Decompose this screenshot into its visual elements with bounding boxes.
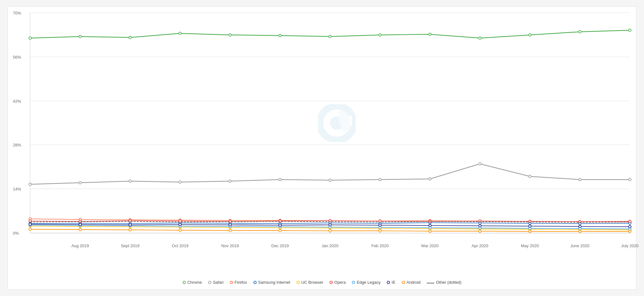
chart-dot (379, 230, 381, 232)
x-axis-label: Feb 2020 (371, 243, 389, 248)
x-axis-label: July 2020 (621, 243, 639, 248)
x-axis-label: May 2020 (521, 243, 539, 248)
chart-dot (579, 225, 581, 228)
legend-label: IE (391, 280, 395, 285)
chart-dot (229, 180, 231, 182)
chart-dot (429, 33, 431, 36)
chart-dot (429, 230, 431, 232)
legend-label: Safari (213, 280, 224, 285)
legend-item-samsung-internet: Samsung Internet (253, 280, 291, 285)
x-axis-label: Nov 2019 (221, 243, 239, 248)
legend-label: Other (dotted) (436, 280, 461, 285)
chart-dot (529, 175, 531, 178)
chart-dot (29, 37, 31, 39)
chart-dot (29, 228, 31, 231)
legend-item-other-dotted: Other (dotted) (427, 280, 461, 285)
chart-dot (279, 34, 281, 37)
legend-label: Chrome (187, 280, 202, 285)
chart-dot (129, 229, 131, 231)
legend: ChromeSafariFirefoxSamsung InternetUC Br… (8, 280, 636, 285)
chart-dot (379, 224, 381, 226)
x-axis-label: Jan 2020 (322, 243, 339, 248)
legend-dot (253, 281, 257, 284)
chart-dot (479, 230, 481, 232)
chart-dot (279, 229, 281, 232)
chart-container: Aug 2019Sept 2019Oct 2019Nov 2019Dec 201… (8, 6, 636, 290)
legend-label: Edge Legacy (357, 280, 380, 285)
chart-dot (329, 35, 331, 38)
x-axis-label: Oct 2019 (172, 243, 188, 248)
x-axis-label: Aug 2019 (71, 243, 89, 248)
legend-label: Android (407, 280, 421, 285)
legend-label: Firefox (235, 280, 247, 285)
chart-dot (329, 224, 331, 226)
chart-dot (479, 162, 481, 165)
chart-dot (629, 29, 631, 31)
legend-item-android: Android (402, 280, 421, 285)
y-axis-label: 28% (13, 143, 21, 147)
chart-dot (429, 178, 431, 180)
chart-dot (129, 36, 131, 39)
y-axis-label: 56% (13, 54, 21, 59)
chart-dot (79, 223, 81, 226)
chart-dot (79, 181, 81, 184)
chart-dot (529, 34, 531, 36)
legend-item-safari: Safari (208, 280, 224, 285)
legend-dot (387, 281, 390, 284)
chart-dot (379, 178, 381, 181)
y-axis-label: 0% (13, 231, 19, 236)
x-axis-label: June 2020 (570, 243, 590, 248)
legend-dot (297, 281, 300, 284)
x-axis-label: Dec 2019 (271, 243, 289, 248)
y-axis-label: 42% (13, 99, 21, 103)
chart-dot (79, 220, 81, 223)
x-axis-label: Sept 2019 (121, 243, 139, 248)
chart-dot (229, 220, 231, 223)
chart-dot (79, 228, 81, 231)
legend-dot (330, 281, 333, 284)
legend-dot (230, 281, 233, 284)
chart-area: Aug 2019Sept 2019Oct 2019Nov 2019Dec 201… (30, 13, 630, 233)
chart-dot (279, 178, 281, 181)
legend-dash (427, 283, 434, 283)
legend-dot (402, 281, 405, 284)
chart-dot (29, 183, 31, 185)
legend-dot (183, 281, 186, 284)
chart-dot (179, 181, 181, 183)
legend-dot (352, 281, 355, 284)
chart-dot (329, 230, 331, 232)
y-axis-label: 14% (13, 187, 21, 191)
chart-svg (30, 13, 630, 233)
chart-dot (229, 224, 231, 226)
chart-dot (579, 230, 581, 233)
legend-item-opera: Opera (330, 280, 346, 285)
chart-dot (329, 179, 331, 181)
legend-item-chrome: Chrome (183, 280, 202, 285)
chart-dot (629, 178, 631, 181)
chart-dot (579, 31, 581, 33)
chart-dot (279, 224, 281, 226)
legend-label: Samsung Internet (258, 280, 291, 285)
x-axis-label: Apr 2020 (472, 243, 488, 248)
chart-dot (529, 230, 531, 233)
chart-dot (129, 180, 131, 182)
legend-dot (208, 281, 211, 284)
chart-dot (179, 32, 181, 35)
legend-item-firefox: Firefox (230, 280, 247, 285)
legend-label: Opera (334, 280, 346, 285)
chart-dot (629, 225, 631, 228)
legend-item-ie: IE (387, 280, 395, 285)
chart-dot (79, 35, 81, 38)
chart-dot (629, 230, 631, 233)
y-axis-label: 70% (13, 11, 21, 15)
chart-dot (479, 225, 481, 227)
legend-label: UC Browser (301, 280, 323, 285)
chart-dot (29, 223, 31, 225)
chart-dot (429, 224, 431, 227)
chart-dot (529, 225, 531, 227)
chart-dot (229, 34, 231, 36)
chart-dot (229, 229, 231, 232)
chart-dot (379, 34, 381, 36)
chart-dot (179, 229, 181, 231)
chart-dot (579, 178, 581, 181)
